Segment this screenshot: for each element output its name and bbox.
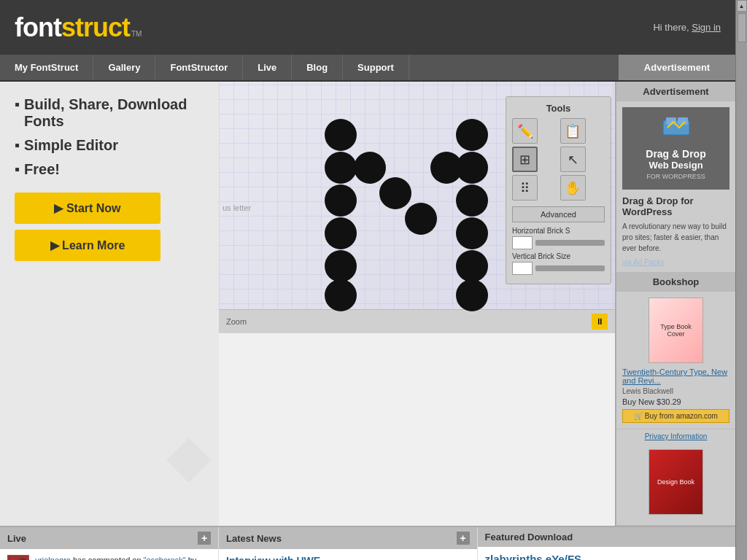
- scroll-up-button[interactable]: ▲: [737, 0, 747, 12]
- nav-blog[interactable]: Blog: [292, 55, 343, 80]
- v-brick-slider[interactable]: [535, 265, 605, 271]
- live-item-link-1[interactable]: "escheresk": [144, 556, 186, 560]
- featured-header: Featured Download: [478, 527, 736, 547]
- nav-support[interactable]: Support: [343, 55, 409, 80]
- tagline-1-text: Build, Share, Download Fonts: [24, 96, 204, 130]
- svg-point-8: [405, 203, 437, 235]
- live-text-1: urielneqro has commented on "escheresk" …: [35, 555, 211, 560]
- main-nav: My FontStruct Gallery FontStructor Live …: [0, 55, 735, 82]
- svg-point-15: [456, 279, 488, 311]
- ad-subheadline: Web Design: [630, 160, 722, 171]
- book-author-1: Lewis Blackwell: [622, 387, 729, 395]
- svg-point-5: [325, 279, 357, 311]
- eraser-tool[interactable]: 📋: [560, 118, 586, 144]
- right-ad-panel: Advertisement Drag & Drop Web De: [615, 82, 735, 526]
- live-item-1: urielneqro has commented on "escheresk" …: [7, 555, 211, 560]
- header: fontstructTM Hi there, Sign in: [0, 0, 735, 55]
- news-article-link[interactable]: Interview with UWE: [226, 555, 320, 560]
- logo-struct-text: struct: [61, 12, 130, 43]
- ad-description: A revolutionary new way to build pro sit…: [622, 221, 729, 254]
- nav-live[interactable]: Live: [243, 55, 292, 80]
- tagline-2: ▪ Simple Editor: [15, 137, 204, 154]
- live-title: Live: [7, 533, 26, 544]
- featured-font-name: zlabyrinths eYe/FS: [485, 553, 729, 560]
- advanced-button[interactable]: Advanced: [512, 206, 605, 222]
- svg-point-4: [325, 250, 357, 282]
- h-brick-slider[interactable]: [535, 240, 605, 246]
- amazon-button-1[interactable]: 🛒 Buy from amazon.com: [622, 409, 729, 423]
- featured-content: zlabyrinths eYe/FS by elmoyenique Labyri…: [478, 547, 736, 560]
- svg-point-14: [456, 250, 488, 282]
- logo-font-text: font: [15, 12, 61, 43]
- nav-my-fontstruct[interactable]: My FontStruct: [0, 55, 93, 80]
- book-title-1[interactable]: Twentieth-Century Type, New and Revi...: [622, 368, 729, 385]
- ad-box: Drag & Drop Web Design FOR WORDPRESS: [622, 107, 729, 190]
- pause-button[interactable]: ⏸: [592, 314, 608, 330]
- bookshop-header: Bookshop: [616, 272, 735, 292]
- v-brick-input-row: 2: [512, 262, 605, 275]
- amazon-icon: 🛒: [634, 412, 643, 420]
- book-item-2: Design Book: [616, 443, 735, 526]
- tools-grid: ✏️ 📋 ⊞ ↖ ⠿ ✋: [512, 118, 605, 201]
- live-user-link-1[interactable]: urielneqro: [35, 556, 71, 560]
- ad-headline: Drag & Drop: [630, 148, 722, 160]
- vertical-brick-control: Vertical Brick Size 2: [512, 252, 605, 275]
- scroll-thumb[interactable]: [738, 13, 746, 42]
- avatar-1: [7, 555, 29, 560]
- ad-via-link[interactable]: via Ad Packs: [622, 258, 729, 266]
- news-add-button[interactable]: +: [457, 532, 470, 545]
- live-by-1: by: [188, 556, 197, 560]
- svg-point-1: [325, 152, 357, 184]
- prev-letter-label: us letter: [222, 203, 251, 212]
- logo-tm: TM: [131, 30, 142, 38]
- horizontal-brick-control: Horizontal Brick S 2: [512, 227, 605, 249]
- tagline-3-text: Free!: [24, 161, 60, 178]
- nav-gallery[interactable]: Gallery: [93, 55, 155, 80]
- sign-in-link[interactable]: Sign in: [692, 22, 721, 33]
- privacy-link[interactable]: Privacy Information: [616, 429, 735, 443]
- ad-content: Drag & Drop Web Design FOR WORDPRESS Dra…: [616, 101, 735, 272]
- bullet-2: ▪: [15, 137, 20, 154]
- svg-point-2: [325, 184, 357, 217]
- v-brick-label: Vertical Brick Size: [512, 252, 605, 260]
- hand-tool[interactable]: ✋: [560, 175, 586, 201]
- news-title: Latest News: [226, 533, 282, 544]
- book-cover-1: Type Book Cover: [649, 298, 703, 363]
- editor-panel: us letter: [219, 82, 615, 526]
- ad-header: Advertisement: [616, 82, 735, 101]
- featured-title: Featured Download: [485, 532, 573, 542]
- cursor-tool[interactable]: ↖: [560, 147, 586, 172]
- svg-point-13: [456, 217, 488, 249]
- scrollbar[interactable]: ▲ ▼: [735, 0, 747, 560]
- live-action-1: has commented on: [73, 556, 142, 560]
- ad-title: Drag & Drop for WordPress: [622, 195, 729, 217]
- live-content: urielneqro has commented on "escheresk" …: [0, 549, 218, 560]
- bullet-3: ▪: [15, 161, 20, 178]
- live-add-button[interactable]: +: [198, 532, 211, 545]
- tagline-2-text: Simple Editor: [24, 137, 118, 154]
- ad-for: FOR WORDPRESS: [630, 173, 722, 180]
- amazon-label: Buy from amazon.com: [645, 412, 718, 420]
- editor-screenshot: us letter: [219, 82, 615, 333]
- svg-point-6: [354, 152, 386, 184]
- live-header: Live +: [0, 527, 218, 549]
- tools-title: Tools: [512, 103, 605, 114]
- live-user-row-1: urielneqro has commented on "escheresk" …: [7, 555, 211, 560]
- book-cover-2: Design Book: [649, 449, 703, 515]
- nav-fontstructor[interactable]: FontStructor: [155, 55, 243, 80]
- news-header: Latest News +: [219, 527, 477, 549]
- nav-advertisement: Advertisement: [619, 55, 735, 80]
- tools-panel: Tools ✏️ 📋 ⊞ ↖ ⠿ ✋ Advanced Horizontal B…: [506, 96, 611, 284]
- book-price-1: Buy New $30.29: [622, 397, 729, 406]
- svg-point-7: [379, 177, 411, 209]
- featured-font-link[interactable]: zlabyrinths eYe/FS: [485, 553, 582, 560]
- start-now-button[interactable]: ▶ Start Now: [15, 192, 160, 224]
- bullet-1: ▪: [15, 96, 20, 113]
- tagline-3: ▪ Free!: [15, 161, 204, 178]
- learn-more-button[interactable]: ▶ Learn More: [15, 230, 160, 261]
- bottom-section: Live + urielneqro has commented on: [0, 526, 735, 560]
- ad-icon: [630, 114, 722, 145]
- svg-point-11: [456, 152, 488, 184]
- h-brick-input-row: 2: [512, 236, 605, 249]
- hero-row: ▪ Build, Share, Download Fonts ▪ Simple …: [0, 82, 735, 526]
